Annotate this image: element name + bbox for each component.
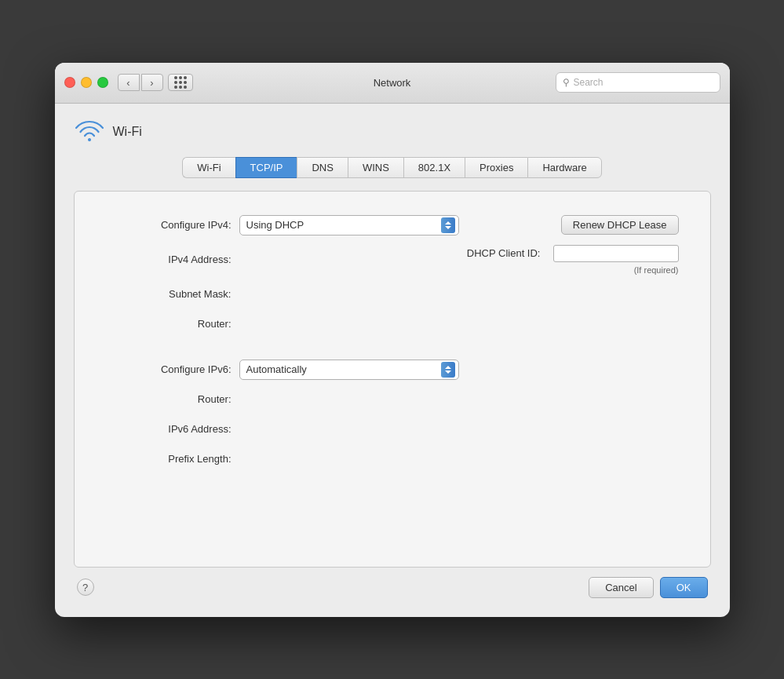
tab-dns[interactable]: DNS	[297, 157, 347, 178]
router-label: Router:	[106, 318, 239, 330]
configure-ipv6-row: Configure IPv6: Automatically	[106, 360, 679, 380]
cancel-button[interactable]: Cancel	[589, 577, 653, 598]
search-icon: ⚲	[563, 77, 570, 88]
search-input[interactable]	[574, 77, 713, 88]
wifi-label: Wi-Fi	[113, 125, 142, 139]
maximize-button[interactable]	[97, 77, 108, 88]
ipv6-router-row: Router:	[106, 389, 679, 410]
grid-icon	[174, 76, 187, 89]
bottom-bar: ? Cancel OK	[74, 568, 711, 601]
tab-wifi[interactable]: Wi-Fi	[182, 157, 235, 178]
tab-tcpip[interactable]: TCP/IP	[235, 157, 297, 178]
subnet-mask-label: Subnet Mask:	[106, 288, 239, 300]
ipv6-address-label: IPv6 Address:	[106, 423, 239, 435]
tab-proxies[interactable]: Proxies	[465, 157, 527, 178]
tab-bar: Wi-Fi TCP/IP DNS WINS 802.1X Proxies Har…	[74, 157, 711, 178]
prefix-length-label: Prefix Length:	[106, 453, 239, 465]
dropdown-arrows-icon	[441, 217, 455, 233]
tcpip-panel: Configure IPv4: Using DHCP Renew DHCP Le…	[74, 191, 711, 568]
close-button[interactable]	[64, 77, 75, 88]
traffic-lights	[64, 77, 108, 88]
dhcp-client-id-input[interactable]	[553, 245, 679, 262]
subnet-mask-row: Subnet Mask:	[106, 284, 679, 305]
configure-ipv6-value: Automatically	[246, 363, 438, 375]
svg-point-0	[88, 138, 91, 141]
dropdown-arrows-ipv6-icon	[441, 362, 455, 378]
back-button[interactable]: ‹	[118, 74, 140, 91]
action-buttons: Cancel OK	[589, 577, 707, 598]
nav-buttons: ‹ ›	[118, 74, 163, 91]
ipv6-address-row: IPv6 Address:	[106, 419, 679, 440]
help-button[interactable]: ?	[77, 579, 94, 596]
forward-button[interactable]: ›	[141, 74, 163, 91]
ipv4-address-label: IPv4 Address:	[106, 254, 239, 265]
ok-button[interactable]: OK	[660, 577, 708, 598]
grid-view-button[interactable]	[168, 74, 193, 91]
configure-ipv6-label: Configure IPv6:	[106, 363, 239, 375]
dhcp-client-id-label: DHCP Client ID:	[445, 247, 547, 259]
configure-ipv4-dropdown[interactable]: Using DHCP	[239, 215, 459, 235]
prefix-length-row: Prefix Length:	[106, 449, 679, 469]
window-title: Network	[374, 77, 411, 89]
wifi-icon	[74, 119, 105, 144]
configure-ipv4-value: Using DHCP	[246, 219, 438, 231]
renew-dhcp-button[interactable]: Renew DHCP Lease	[561, 215, 679, 235]
minimize-button[interactable]	[81, 77, 92, 88]
wifi-header: Wi-Fi	[74, 119, 711, 144]
router-row: Router:	[106, 314, 679, 334]
configure-ipv6-dropdown[interactable]: Automatically	[239, 360, 459, 380]
configure-ipv4-label: Configure IPv4:	[106, 219, 239, 231]
content-area: Wi-Fi Wi-Fi TCP/IP DNS WINS 802.1X Proxi…	[55, 104, 730, 617]
tab-wins[interactable]: WINS	[348, 157, 403, 178]
ipv6-router-label: Router:	[106, 393, 239, 405]
if-required-label: (If required)	[445, 265, 679, 275]
tab-hardware[interactable]: Hardware	[527, 157, 601, 178]
configure-ipv4-row: Configure IPv4: Using DHCP Renew DHCP Le…	[106, 215, 679, 235]
ipv4-address-row: IPv4 Address: DHCP Client ID: (If requir…	[106, 245, 679, 275]
search-box[interactable]: ⚲	[556, 72, 720, 93]
tab-8021x[interactable]: 802.1X	[403, 157, 465, 178]
network-window: ‹ › Network ⚲	[55, 63, 730, 617]
titlebar: ‹ › Network ⚲	[55, 63, 730, 104]
